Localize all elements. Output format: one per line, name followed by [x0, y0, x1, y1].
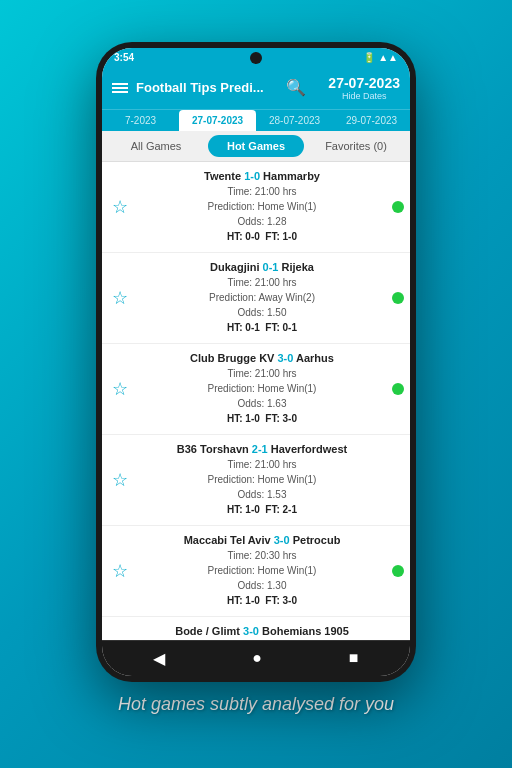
status-icons: 🔋 ▲▲: [363, 52, 398, 63]
favorite-star-1[interactable]: ☆: [108, 286, 132, 310]
toolbar-date: 27-07-2023: [328, 75, 400, 91]
nav-back-button[interactable]: ◀: [153, 649, 165, 668]
toolbar-left: Football Tips Predi...: [112, 80, 264, 95]
game-item: ☆ Club Brugge KV 3-0 Aarhus Time: 21:00 …: [102, 344, 410, 435]
game-tabs: All Games Hot Games Favorites (0): [102, 131, 410, 162]
game-info-3: B36 Torshavn 2-1 Haverfordwest Time: 21:…: [132, 443, 392, 517]
game-info-2: Club Brugge KV 3-0 Aarhus Time: 21:00 hr…: [132, 352, 392, 426]
date-tab-0[interactable]: 7-2023: [102, 110, 179, 131]
toolbar-title: Football Tips Predi...: [136, 80, 264, 95]
game-title-0: Twente 1-0 Hammarby: [136, 170, 388, 182]
game-title-5: Bode / Glimt 3-0 Bohemians 1905: [136, 625, 388, 637]
status-dot-2: [392, 383, 404, 395]
game-detail-4: Time: 20:30 hrs Prediction: Home Win(1) …: [136, 548, 388, 608]
hide-dates-label[interactable]: Hide Dates: [342, 91, 387, 101]
toolbar-date-block: 27-07-2023 Hide Dates: [328, 75, 400, 101]
game-detail-1: Time: 21:00 hrs Prediction: Away Win(2) …: [136, 275, 388, 335]
menu-icon[interactable]: [112, 83, 128, 93]
bottom-tagline: Hot games subtly analysed for you: [98, 682, 414, 727]
games-list: ☆ Twente 1-0 Hammarby Time: 21:00 hrs Pr…: [102, 162, 410, 640]
nav-bar: ◀ ● ■: [102, 640, 410, 676]
game-item: ☆ Dukagjini 0-1 Rijeka Time: 21:00 hrs P…: [102, 253, 410, 344]
nav-home-button[interactable]: ●: [252, 649, 262, 668]
date-tabs: 7-2023 27-07-2023 28-07-2023 29-07-2023: [102, 109, 410, 131]
tab-all-games[interactable]: All Games: [108, 135, 204, 157]
tab-hot-games[interactable]: Hot Games: [208, 135, 304, 157]
game-title-2: Club Brugge KV 3-0 Aarhus: [136, 352, 388, 364]
favorite-star-2[interactable]: ☆: [108, 377, 132, 401]
search-icon[interactable]: 🔍: [286, 78, 306, 97]
game-item: ☆ B36 Torshavn 2-1 Haverfordwest Time: 2…: [102, 435, 410, 526]
favorite-star-3[interactable]: ☆: [108, 468, 132, 492]
tab-favorites[interactable]: Favorites (0): [308, 135, 404, 157]
game-detail-2: Time: 21:00 hrs Prediction: Home Win(1) …: [136, 366, 388, 426]
game-item: ☆ Bode / Glimt 3-0 Bohemians 1905 Time: …: [102, 617, 410, 640]
nav-recent-button[interactable]: ■: [349, 649, 359, 668]
game-title-4: Maccabi Tel Aviv 3-0 Petrocub: [136, 534, 388, 546]
game-info-0: Twente 1-0 Hammarby Time: 21:00 hrs Pred…: [132, 170, 392, 244]
status-time: 3:54: [114, 52, 134, 63]
battery-icon: 🔋: [363, 52, 375, 63]
game-title-3: B36 Torshavn 2-1 Haverfordwest: [136, 443, 388, 455]
date-tab-2[interactable]: 28-07-2023: [256, 110, 333, 131]
game-detail-3: Time: 21:00 hrs Prediction: Home Win(1) …: [136, 457, 388, 517]
favorite-star-0[interactable]: ☆: [108, 195, 132, 219]
toolbar: Football Tips Predi... 🔍 27-07-2023 Hide…: [102, 67, 410, 109]
favorite-star-4[interactable]: ☆: [108, 559, 132, 583]
status-dot-4: [392, 565, 404, 577]
game-title-1: Dukagjini 0-1 Rijeka: [136, 261, 388, 273]
date-tab-3[interactable]: 29-07-2023: [333, 110, 410, 131]
game-item: ☆ Twente 1-0 Hammarby Time: 21:00 hrs Pr…: [102, 162, 410, 253]
date-tab-1[interactable]: 27-07-2023: [179, 110, 256, 131]
no-dot-3: [392, 474, 404, 486]
game-detail-0: Time: 21:00 hrs Prediction: Home Win(1) …: [136, 184, 388, 244]
status-dot-1: [392, 292, 404, 304]
game-info-4: Maccabi Tel Aviv 3-0 Petrocub Time: 20:3…: [132, 534, 392, 608]
status-dot-0: [392, 201, 404, 213]
game-item: ☆ Maccabi Tel Aviv 3-0 Petrocub Time: 20…: [102, 526, 410, 617]
signal-icon: ▲▲: [378, 52, 398, 63]
game-info-1: Dukagjini 0-1 Rijeka Time: 21:00 hrs Pre…: [132, 261, 392, 335]
game-info-5: Bode / Glimt 3-0 Bohemians 1905 Time: 19…: [132, 625, 392, 640]
